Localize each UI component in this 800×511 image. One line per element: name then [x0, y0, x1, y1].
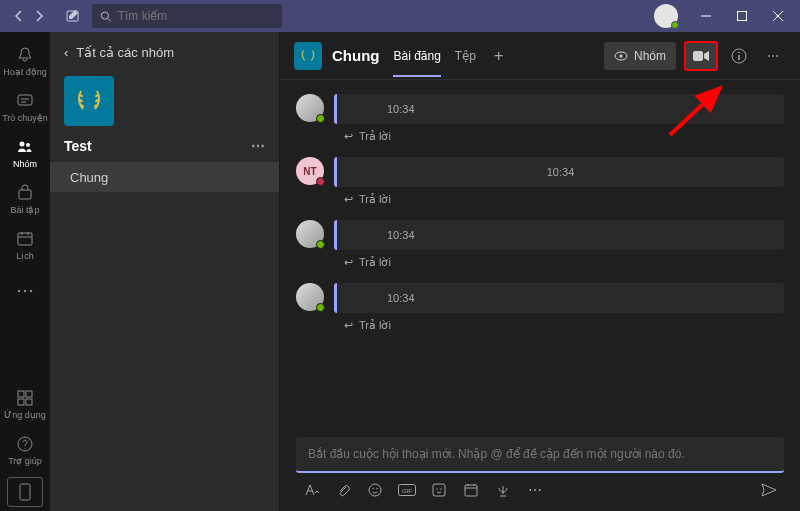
team-btn-label: Nhóm	[634, 49, 666, 63]
rail-calendar[interactable]: Lịch	[0, 222, 50, 268]
tab-files[interactable]: Tệp	[455, 35, 476, 77]
message-item: 10:34 ↩Trả lời	[296, 283, 784, 338]
app-rail: Hoạt động Trò chuyện Nhóm Bài tập Lịch Ứ…	[0, 32, 50, 511]
user-avatar[interactable]	[296, 220, 324, 248]
svg-rect-7	[18, 233, 32, 245]
info-button[interactable]	[726, 43, 752, 69]
rail-more[interactable]	[0, 268, 50, 314]
help-icon	[15, 434, 35, 454]
rail-chat[interactable]: Trò chuyện	[0, 84, 50, 130]
video-icon	[692, 49, 710, 63]
more-button[interactable]: ⋯	[760, 43, 786, 69]
rail-label: Nhóm	[13, 159, 37, 169]
phone-icon	[15, 482, 35, 502]
rail-label: Trợ giúp	[8, 456, 42, 466]
titlebar	[0, 0, 800, 32]
svg-rect-26	[433, 484, 445, 496]
meet-button[interactable]	[684, 41, 718, 71]
compose-box[interactable]	[296, 437, 784, 473]
new-message-button[interactable]	[60, 3, 86, 29]
svg-point-21	[369, 484, 381, 496]
user-avatar[interactable]	[296, 283, 324, 311]
ellipsis-icon	[15, 281, 35, 301]
add-tab-button[interactable]: +	[490, 47, 507, 65]
svg-point-23	[376, 488, 377, 489]
maximize-button[interactable]	[724, 0, 760, 32]
all-teams-label: Tất cả các nhóm	[76, 45, 174, 60]
svg-point-22	[372, 488, 373, 489]
svg-rect-16	[20, 484, 30, 500]
svg-point-9	[24, 290, 26, 292]
more-compose-icon[interactable]: ⋯	[526, 481, 544, 499]
team-more-icon[interactable]: ⋯	[251, 138, 265, 154]
reply-icon: ↩	[344, 193, 353, 206]
team-header[interactable]: Test ⋯	[50, 130, 279, 162]
svg-rect-6	[19, 190, 31, 199]
message-card[interactable]: 10:34	[334, 283, 784, 313]
close-button[interactable]	[760, 0, 796, 32]
rail-label: Hoạt động	[3, 67, 47, 77]
sticker-icon[interactable]	[430, 481, 448, 499]
user-avatar[interactable]	[296, 94, 324, 122]
rail-help[interactable]: Trợ giúp	[0, 427, 50, 473]
send-button[interactable]	[760, 481, 778, 499]
svg-point-18	[619, 54, 622, 57]
nav-back-button[interactable]	[10, 7, 28, 25]
message-time: 10:34	[387, 292, 415, 304]
rail-assignments[interactable]: Bài tập	[0, 176, 50, 222]
rail-activity[interactable]: Hoạt động	[0, 38, 50, 84]
gif-icon[interactable]: GIF	[398, 481, 416, 499]
schedule-icon[interactable]	[462, 481, 480, 499]
search-box[interactable]	[92, 4, 282, 28]
svg-point-8	[18, 290, 20, 292]
team-name: Test	[64, 138, 92, 154]
user-avatar[interactable]: NT	[296, 157, 324, 185]
compose-input[interactable]	[308, 447, 772, 461]
message-time: 10:34	[387, 229, 415, 241]
reply-button[interactable]: ↩Trả lời	[334, 250, 784, 275]
team-view-button[interactable]: Nhóm	[604, 42, 676, 70]
message-card[interactable]: 10:34	[334, 157, 784, 187]
rail-teams[interactable]: Nhóm	[0, 130, 50, 176]
rail-label: Trò chuyện	[2, 113, 48, 123]
reply-icon: ↩	[344, 130, 353, 143]
search-input[interactable]	[118, 9, 274, 23]
svg-point-1	[101, 12, 108, 19]
reply-icon: ↩	[344, 319, 353, 332]
svg-rect-19	[693, 51, 703, 61]
teams-icon	[15, 137, 35, 157]
channel-label: Chung	[70, 170, 108, 185]
chat-icon	[15, 91, 35, 111]
emoji-icon[interactable]	[366, 481, 384, 499]
reply-button[interactable]: ↩Trả lời	[334, 187, 784, 212]
channel-item[interactable]: Chung	[50, 162, 279, 192]
nav-forward-button[interactable]	[30, 7, 48, 25]
message-time: 10:34	[547, 166, 575, 178]
team-avatar[interactable]	[64, 76, 114, 126]
message-item: NT 10:34 ↩Trả lời	[296, 157, 784, 212]
message-card[interactable]: 10:34	[334, 94, 784, 124]
reply-button[interactable]: ↩Trả lời	[334, 313, 784, 338]
message-card[interactable]: 10:34	[334, 220, 784, 250]
svg-text:GIF: GIF	[402, 488, 412, 494]
svg-rect-14	[26, 399, 32, 405]
profile-avatar[interactable]	[654, 4, 678, 28]
attach-icon[interactable]	[334, 481, 352, 499]
stream-icon[interactable]	[494, 481, 512, 499]
svg-point-28	[440, 488, 441, 489]
channel-header: Chung Bài đăng Tệp + Nhóm ⋯	[280, 32, 800, 80]
svg-rect-2	[738, 12, 747, 21]
rail-label: Bài tập	[10, 205, 39, 215]
channel-title: Chung	[332, 47, 379, 64]
svg-point-5	[26, 143, 30, 147]
rail-device[interactable]	[7, 477, 43, 507]
rail-apps[interactable]: Ứng dụng	[0, 381, 50, 427]
all-teams-link[interactable]: ‹ Tất cả các nhóm	[50, 32, 279, 72]
reply-icon: ↩	[344, 256, 353, 269]
svg-rect-29	[465, 485, 477, 496]
svg-rect-12	[26, 391, 32, 397]
reply-button[interactable]: ↩Trả lời	[334, 124, 784, 149]
format-icon[interactable]	[302, 481, 320, 499]
tab-posts[interactable]: Bài đăng	[393, 35, 440, 77]
minimize-button[interactable]	[688, 0, 724, 32]
